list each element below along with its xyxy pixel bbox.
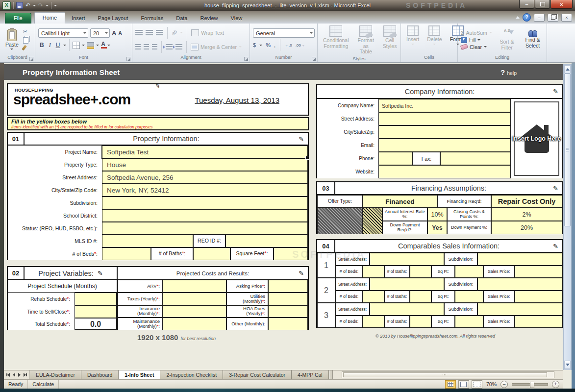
comp1-beds-cell[interactable] (363, 266, 384, 278)
subdivision-cell[interactable] (102, 196, 308, 209)
company-email-cell[interactable] (378, 139, 511, 152)
project-name-cell[interactable]: Softpedia Test (102, 146, 308, 158)
number-dialog-launcher[interactable] (312, 57, 316, 61)
borders-dropdown-icon[interactable] (82, 45, 85, 46)
comp1-subdivision-cell[interactable] (477, 253, 562, 266)
file-tab[interactable]: File (5, 13, 31, 24)
workbook-close-button[interactable]: × (561, 14, 572, 22)
company-website-cell[interactable] (378, 165, 511, 178)
page-layout-view-button[interactable] (458, 380, 469, 389)
currency-format-icon[interactable]: $ (253, 42, 256, 48)
asking-price-cell[interactable] (268, 280, 308, 293)
comp2-subdivision-cell[interactable] (477, 278, 562, 291)
clipboard-dialog-launcher[interactable] (29, 57, 34, 61)
offer-type-cell[interactable]: Financed (363, 195, 437, 208)
clear-button[interactable]: Clear (461, 44, 492, 50)
underline-button[interactable]: U (54, 42, 62, 49)
zoom-in-button[interactable]: + (552, 381, 559, 388)
scroll-left-button[interactable] (333, 370, 341, 379)
beds-cell[interactable] (102, 247, 151, 260)
mls-id-cell[interactable] (102, 235, 193, 247)
tab-page-layout[interactable]: Page Layout (92, 13, 135, 24)
borders-icon[interactable] (73, 42, 80, 49)
property-type-cell[interactable]: House (102, 158, 308, 171)
sheet-tab-mpp[interactable]: 4-MPP Cal (292, 370, 329, 379)
previous-sheet-icon[interactable] (13, 373, 15, 377)
other-monthly-cell[interactable] (268, 318, 308, 330)
comma-format-icon[interactable]: , (274, 42, 275, 48)
copy-icon[interactable] (23, 37, 28, 44)
font-size-select[interactable]: 20 (90, 28, 110, 38)
redo-icon[interactable]: ↷ (38, 2, 43, 8)
comp1-street-cell[interactable] (370, 253, 444, 266)
merge-center-button[interactable]: Merge & Center (191, 44, 242, 50)
insurance-cell[interactable] (163, 305, 226, 318)
comp2-beds-cell[interactable] (363, 291, 384, 303)
next-sheet-icon[interactable] (18, 373, 21, 377)
company-fax-cell[interactable] (440, 152, 511, 165)
decrease-indent-icon[interactable] (166, 44, 173, 49)
comp3-beds-cell[interactable] (363, 316, 384, 328)
zoom-level[interactable]: 70% (486, 381, 497, 387)
comp3-subdivision-cell[interactable] (477, 303, 562, 316)
sort-filter-button[interactable]: A Z Sort & Filter (496, 27, 518, 51)
font-name-select[interactable]: Calibri Light (38, 28, 88, 38)
font-dialog-launcher[interactable] (126, 57, 131, 61)
utilities-cell[interactable] (268, 293, 308, 305)
undo-dropdown-icon[interactable] (33, 5, 36, 6)
hoa-dues-cell[interactable] (268, 305, 308, 318)
comp2-sales-price-cell[interactable] (515, 291, 562, 303)
help-icon[interactable]: ? (523, 13, 531, 22)
close-button[interactable]: × (550, 0, 573, 9)
company-street-cell[interactable] (378, 112, 511, 125)
maximize-button[interactable] (535, 0, 550, 9)
conditional-formatting-button[interactable]: Conditional Formatting (321, 24, 351, 50)
maintenance-cell[interactable] (163, 318, 226, 330)
rehab-schedule-cell[interactable] (75, 293, 117, 305)
delete-cells-button[interactable]: Delete (425, 24, 444, 46)
excel-app-icon[interactable]: X (2, 1, 11, 10)
sheet-tab-eula[interactable]: EULA-Disclaimer (30, 370, 81, 379)
scroll-down-button[interactable] (564, 361, 571, 369)
shrink-font-icon[interactable]: A (118, 30, 122, 36)
percent-format-icon[interactable]: % (266, 42, 271, 48)
reo-id-cell[interactable] (225, 235, 308, 247)
fill-button[interactable]: Fill (461, 37, 492, 43)
align-right-icon[interactable] (152, 44, 157, 49)
paste-button[interactable]: Paste (3, 28, 21, 51)
interest-rate-cell[interactable]: 10% (427, 208, 447, 221)
align-top-icon[interactable] (135, 30, 143, 35)
tab-review[interactable]: Review (194, 13, 224, 24)
company-name-cell[interactable]: Softpedia Inc. (378, 99, 511, 112)
autosum-button[interactable]: Σ AutoSum (461, 30, 492, 36)
tab-formulas[interactable]: Formulas (134, 13, 170, 24)
taxes-cell[interactable] (163, 293, 226, 305)
orientation-dropdown-icon[interactable] (180, 32, 183, 33)
align-center-icon[interactable] (144, 44, 149, 49)
closing-costs-cell[interactable]: 2% (491, 208, 562, 221)
font-color-dropdown-icon[interactable] (107, 45, 110, 46)
baths-cell[interactable] (193, 247, 230, 260)
scroll-right-button[interactable] (555, 370, 563, 379)
city-state-zip-cell[interactable]: New York, NY, 52412 (102, 184, 308, 196)
comp3-sales-price-cell[interactable] (515, 316, 562, 328)
page-break-view-button[interactable] (472, 380, 482, 389)
horizontal-scroll-thumb[interactable] (343, 372, 547, 377)
align-left-icon[interactable] (135, 44, 141, 49)
align-bottom-icon[interactable] (156, 30, 163, 35)
workbook-minimize-button[interactable]: – (534, 14, 545, 22)
sheet-tab-info-sheet[interactable]: 1-Info Sheet (119, 370, 160, 379)
tab-home[interactable]: Home (34, 12, 65, 24)
arv-cell[interactable] (163, 280, 226, 293)
scroll-up-button[interactable] (564, 65, 571, 74)
comp1-baths-cell[interactable] (410, 266, 431, 278)
financing-reqd-cell[interactable]: Repair Cost Only (491, 195, 562, 208)
company-phone-cell[interactable] (378, 152, 413, 165)
minimize-button[interactable]: – (519, 0, 534, 9)
format-as-table-button[interactable]: Format as Table (355, 24, 376, 56)
customize-qat-icon[interactable] (54, 5, 57, 6)
redo-dropdown-icon[interactable] (46, 5, 49, 6)
increase-decimal-icon[interactable]: ←.0 (285, 43, 292, 48)
orientation-icon[interactable]: ab (171, 29, 178, 36)
vertical-scroll-thumb[interactable] (564, 74, 571, 226)
